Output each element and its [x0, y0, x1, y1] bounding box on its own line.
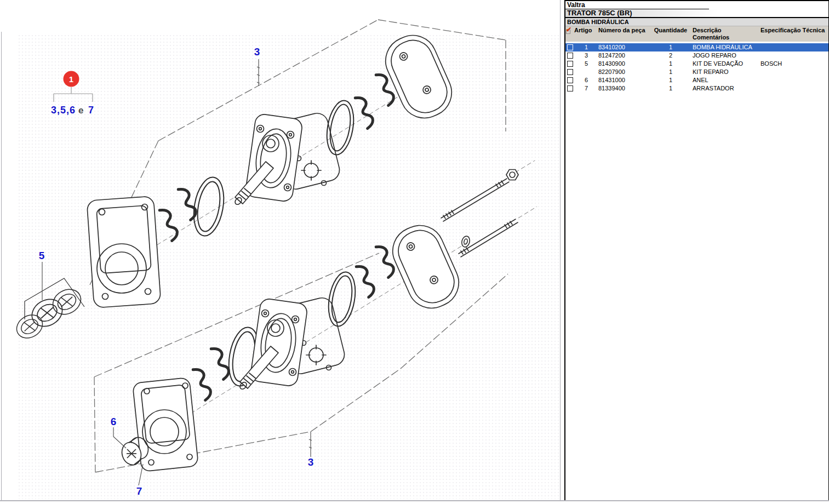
cell-quantidade: 1	[651, 60, 690, 68]
row-checkbox[interactable]	[567, 77, 573, 83]
cell-quantidade: 1	[651, 43, 690, 51]
panel-border	[1, 32, 2, 500]
cell-numero: 82207900	[598, 68, 651, 76]
balloon-1-label[interactable]: 1	[69, 75, 73, 84]
cell-artigo: 6	[574, 76, 598, 84]
col-header-especificacao: Especificação Técnica	[758, 27, 828, 42]
o-ring	[323, 99, 358, 157]
cell-numero: 81430900	[598, 60, 651, 68]
cell-artigo	[574, 68, 598, 76]
table-row[interactable]: 82207900 1 KIT REPARO	[565, 68, 828, 76]
o-ring	[190, 175, 228, 238]
row-checkbox[interactable]	[567, 69, 573, 75]
cell-especificacao	[758, 43, 828, 51]
callout-5[interactable]: 5	[39, 250, 45, 261]
cell-artigo: 7	[574, 84, 598, 93]
group-bracket	[54, 87, 93, 102]
cell-quantidade: 1	[651, 76, 690, 84]
cell-descricao: BOMBA HIDRÁULICA	[690, 43, 758, 51]
window-bottom-border	[0, 500, 829, 501]
exploded-diagram: 1 3,5,6 e 7 3 5 6 7 3	[1, 0, 560, 500]
table-row[interactable]: 5 81430900 1 KIT DE VEDAÇÃO BOSCH	[565, 60, 828, 68]
cell-numero: 81431000	[598, 76, 651, 84]
cell-descricao: ANEL	[690, 76, 758, 84]
cell-quantidade: 1	[651, 84, 690, 93]
row-checkbox[interactable]	[567, 44, 573, 50]
o-ring	[325, 270, 359, 328]
washer	[461, 236, 471, 248]
cell-especificacao: BOSCH	[758, 60, 828, 68]
cell-especificacao	[758, 68, 828, 76]
snap-ring	[159, 207, 180, 240]
cell-numero: 81247200	[598, 51, 651, 60]
snap-ring	[193, 366, 213, 400]
callout-3-bottom[interactable]: 3	[308, 456, 314, 468]
col-header-numero: Número da peça	[598, 27, 651, 42]
panel-divider	[560, 0, 561, 500]
flange-plate-bottom	[133, 377, 198, 472]
cell-numero: 83410200	[598, 43, 651, 51]
row-checkbox[interactable]	[567, 61, 573, 67]
flange-plate-top	[87, 196, 161, 308]
end-cover-bottom	[385, 218, 467, 316]
snap-ring	[211, 346, 231, 379]
table-header: Artigo Número da peça Quantidade Descriç…	[565, 26, 828, 42]
callout-6[interactable]: 6	[111, 416, 117, 427]
cell-especificacao	[758, 51, 828, 60]
col-header-comentarios: Comentários	[693, 34, 758, 41]
cell-descricao: KIT REPARO	[690, 68, 758, 76]
group-callout-conjunction: e	[78, 105, 83, 116]
cell-quantidade: 1	[651, 68, 690, 76]
snap-ring	[355, 95, 375, 128]
group-callout-356[interactable]: 3,5,6	[51, 105, 76, 116]
snap-ring	[356, 264, 376, 297]
table-row[interactable]: 7 81339400 1 ARRASTADOR	[565, 84, 828, 93]
model-title: TRATOR 785C (BR)	[565, 9, 828, 18]
cell-artigo: 5	[574, 60, 598, 68]
pump-body-top	[234, 111, 342, 206]
row-checkbox[interactable]	[567, 85, 573, 91]
end-cover-top	[378, 28, 460, 126]
callout-7[interactable]: 7	[136, 485, 142, 497]
callout-3-top[interactable]: 3	[254, 46, 260, 58]
col-header-quantidade: Quantidade	[651, 27, 690, 42]
col-header-descricao: Descrição Comentários	[690, 27, 758, 42]
row-checkbox[interactable]	[567, 53, 573, 59]
parts-catalog-window: 1 3,5,6 e 7 3 5 6 7 3 Valtra TRATOR 785C…	[0, 0, 829, 504]
assembly-title: BOMBA HIDRÁULICA	[565, 18, 828, 26]
table-row[interactable]: 1 83410200 1 BOMBA HIDRÁULICA	[565, 43, 828, 51]
col-header-artigo: Artigo	[574, 27, 598, 42]
stud-bolts	[441, 179, 518, 257]
cell-especificacao	[758, 84, 828, 93]
cell-artigo: 3	[574, 51, 598, 60]
parts-list-panel: Valtra TRATOR 785C (BR) BOMBA HIDRÁULICA…	[564, 0, 829, 500]
col-header-descricao-line1: Descrição	[693, 27, 758, 34]
cell-especificacao	[758, 76, 828, 84]
parts-rows: 1 83410200 1 BOMBA HIDRÁULICA 3 81247200…	[565, 43, 828, 93]
select-all-icon[interactable]	[565, 27, 573, 34]
table-row[interactable]: 3 81247200 2 JOGO REPARO	[565, 51, 828, 60]
cell-descricao: JOGO REPARO	[690, 51, 758, 60]
cell-artigo: 1	[574, 43, 598, 51]
nut	[506, 170, 518, 180]
cell-descricao: ARRASTADOR	[690, 84, 758, 93]
group-callout-7[interactable]: 7	[88, 105, 94, 116]
diagram-panel: 1 3,5,6 e 7 3 5 6 7 3	[1, 0, 560, 500]
cell-descricao: KIT DE VEDAÇÃO	[690, 60, 758, 68]
brand-title: Valtra	[565, 1, 828, 9]
pump-body-bottom	[239, 296, 347, 391]
cell-quantidade: 2	[651, 51, 690, 60]
table-row[interactable]: 6 81431000 1 ANEL	[565, 76, 828, 84]
cell-numero: 81339400	[598, 84, 651, 93]
seal-kit	[13, 278, 85, 342]
